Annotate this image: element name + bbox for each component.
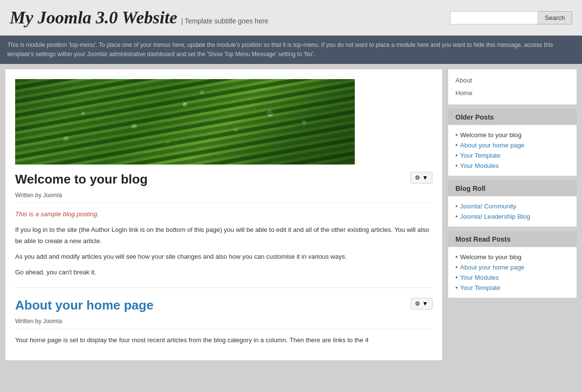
site-title: My Joomla 3.0 Website <box>10 7 177 28</box>
sidebar: About Home Older Posts Welcome to your b… <box>448 69 577 361</box>
blog-roll-body: Joomla! Community Joomla! Leadership Blo… <box>448 196 577 227</box>
list-item: Joomla! Leadership Blog <box>455 211 569 222</box>
most-read-header: Most Read Posts <box>448 231 577 247</box>
most-read-item-3[interactable]: Your Modules <box>460 274 499 281</box>
blog-roll-header: Blog Roll <box>448 181 577 196</box>
page-layout: ⚙ ▼ Welcome to your blog Written by Joom… <box>0 64 582 366</box>
gear-dropdown-icon: ▼ <box>422 174 428 181</box>
top-menu-message: This is module position 'top-menu'. To p… <box>7 41 553 58</box>
older-posts-header: Older Posts <box>448 109 577 125</box>
article-2-line-1: Your home page is set to display the fou… <box>15 335 432 346</box>
gear-icon-2: ⚙ <box>415 300 420 307</box>
hero-image <box>15 79 355 165</box>
sidebar-most-read: Most Read Posts Welcome to your blog Abo… <box>448 231 577 298</box>
older-posts-body: Welcome to your blog About your home pag… <box>448 125 577 176</box>
blog-roll-item-2[interactable]: Joomla! Leadership Blog <box>460 213 530 220</box>
sidebar-nav: About Home <box>448 69 577 105</box>
list-item: Welcome to your blog <box>455 130 569 140</box>
most-read-body: Welcome to your blog About your home pag… <box>448 247 577 298</box>
article-1-gear-button[interactable]: ⚙ ▼ <box>410 172 432 184</box>
list-item: Welcome to your blog <box>455 252 569 262</box>
gear-dropdown-icon-2: ▼ <box>422 300 428 307</box>
older-post-item-4[interactable]: Your Modules <box>460 162 499 169</box>
sidebar-nav-home[interactable]: Home <box>455 87 569 100</box>
article-divider <box>15 288 432 288</box>
list-item: About your home page <box>455 262 569 272</box>
header-left: My Joomla 3.0 Website | Template subtitl… <box>10 7 268 28</box>
article-2-meta: Written by Joomla <box>15 318 432 329</box>
most-read-item-1: Welcome to your blog <box>460 253 522 261</box>
article-1-line-2: If you log in to the site (the Author Lo… <box>15 225 432 246</box>
blog-roll-item-1[interactable]: Joomla! Community <box>460 203 517 210</box>
article-1-body: This is a sample blog posting. If you lo… <box>15 209 432 277</box>
article-1-line-4: Go ahead, you can't break it. <box>15 267 432 278</box>
list-item: Your Template <box>455 283 569 293</box>
gear-icon: ⚙ <box>415 174 420 181</box>
blog-roll-list: Joomla! Community Joomla! Leadership Blo… <box>455 201 569 222</box>
most-read-item-4[interactable]: Your Template <box>460 284 500 291</box>
most-read-list: Welcome to your blog About your home pag… <box>455 252 569 293</box>
list-item: Your Template <box>455 150 569 161</box>
sidebar-blog-roll: Blog Roll Joomla! Community Joomla! Lead… <box>448 180 577 227</box>
search-input[interactable] <box>450 11 538 24</box>
list-item: Your Modules <box>455 272 569 283</box>
older-posts-list: Welcome to your blog About your home pag… <box>455 130 569 171</box>
header-search: Search <box>450 11 572 24</box>
search-button[interactable]: Search <box>538 11 572 24</box>
older-post-item-2[interactable]: About your home page <box>460 142 525 149</box>
older-post-item-3[interactable]: Your Template <box>460 152 500 159</box>
list-item: Your Modules <box>455 161 569 171</box>
site-header: My Joomla 3.0 Website | Template subtitl… <box>0 0 582 36</box>
article-2-title[interactable]: About your home page <box>15 298 432 313</box>
article-1-line-3: As you add and modify articles you will … <box>15 251 432 262</box>
article-1-line-1: This is a sample blog posting. <box>15 209 432 220</box>
site-subtitle: | Template subtitle goes here <box>181 17 269 25</box>
article-1-title: Welcome to your blog <box>15 172 432 187</box>
article-2-body: Your home page is set to display the fou… <box>15 335 432 346</box>
article-1-meta: Written by Joomla <box>15 192 432 203</box>
list-item: About your home page <box>455 140 569 150</box>
article-2-gear-button[interactable]: ⚙ ▼ <box>410 298 432 309</box>
older-post-item-1: Welcome to your blog <box>460 131 522 139</box>
top-menu-bar: This is module position 'top-menu'. To p… <box>0 36 582 64</box>
main-content: ⚙ ▼ Welcome to your blog Written by Joom… <box>5 69 443 361</box>
sidebar-nav-about[interactable]: About <box>455 74 569 87</box>
sidebar-older-posts: Older Posts Welcome to your blog About y… <box>448 109 577 176</box>
list-item: Joomla! Community <box>455 201 569 211</box>
article-2: ⚙ ▼ About your home page Written by Joom… <box>15 298 432 346</box>
article-1: ⚙ ▼ Welcome to your blog Written by Joom… <box>15 79 432 277</box>
most-read-item-2[interactable]: About your home page <box>460 264 525 271</box>
